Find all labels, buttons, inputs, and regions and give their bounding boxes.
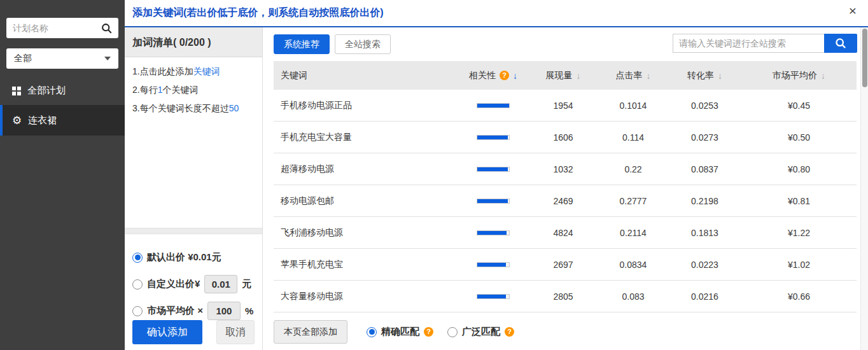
relevance-bar [477,199,510,204]
match-label: 广泛匹配 [462,326,500,338]
plan-search-box[interactable] [6,18,118,38]
tip-line: 3.每个关键词长度不超过50 [132,103,255,115]
relevance-bar [477,167,510,172]
keyword-search-input[interactable] [673,34,824,53]
custom-bid-input[interactable] [204,275,237,293]
tip-line: 2.每行1个关键词 [132,85,255,96]
keyword-search [673,34,857,53]
sidebar-item-label: 连衣裙 [28,115,57,127]
help-icon[interactable]: ? [424,327,433,337]
chevron-down-icon [104,57,111,60]
bid-option-custom: 自定义出价¥ 元 [132,275,255,293]
match-option-broad: 广泛匹配 ? [447,326,514,338]
panel-divider [125,228,262,234]
relevance-bar [477,294,510,299]
main-content: 系统推荐 全站搜索 关键词 相关性 ? ↓ 展现量 ↓ 点击率 ↓ 转化率 [263,27,860,350]
market-pct-input[interactable] [207,302,241,320]
relevance-bar [477,135,510,140]
plan-filter-dropdown[interactable]: 全部 [6,48,118,69]
radio-exact-match[interactable] [367,327,377,337]
price-cell: ¥0.81 [741,196,857,206]
plan-filter-value: 全部 [14,53,32,64]
ctr-cell: 0.2114 [598,228,668,238]
ctr-cell: 0.083 [598,291,668,302]
table-row[interactable]: 大容量移动电源 2805 0.083 0.0216 ¥0.66 [274,281,857,312]
sidebar-nav: 全部计划 ⚙ 连衣裙 [0,76,125,136]
price-cell: ¥0.66 [741,291,857,302]
table-row[interactable]: 苹果手机充电宝 2697 0.0834 0.0223 ¥1.02 [274,249,857,281]
relevance-cell [458,167,528,172]
cvr-cell: 0.0253 [668,101,741,111]
bid-option-market: 市场平均价 × % [132,302,255,320]
ctr-cell: 0.114 [598,132,668,143]
add-all-button[interactable]: 本页全部添加 [274,320,347,344]
table-row[interactable]: 超薄移动电源 1032 0.22 0.0837 ¥0.80 [274,153,857,185]
dialog-title: 添加关键词(若出价低于底价，则系统自动按照底价出价) [132,6,384,20]
impressions-cell: 2805 [528,291,598,302]
tab-system-recommend[interactable]: 系统推荐 [274,34,330,54]
sidebar-item-dress-plan[interactable]: ⚙ 连衣裙 [0,105,125,136]
col-impressions: 展现量 ↓ [528,70,598,81]
table-body: 手机移动电源正品 1954 0.1014 0.0253 ¥0.45 手机充电宝大… [274,90,857,312]
ctr-cell: 0.22 [598,164,668,174]
keyword-cell: 超薄移动电源 [274,164,458,175]
gear-icon: ⚙ [12,115,22,126]
sort-desc-icon[interactable]: ↓ [821,71,825,81]
table-row[interactable]: 飞利浦移动电源 4824 0.2114 0.1813 ¥1.22 [274,217,857,249]
table-row[interactable]: 移动电源包邮 2469 0.2777 0.2198 ¥0.81 [274,185,857,217]
bid-option-default: 默认出价 ¥0.01元 [132,248,255,267]
col-relevance: 相关性 ? ↓ [458,70,528,81]
price-cell: ¥0.45 [741,101,857,111]
confirm-add-button[interactable]: 确认添加 [132,320,202,344]
col-ctr: 点击率 ↓ [598,70,668,81]
source-tabs: 系统推荐 全站搜索 [274,34,391,54]
relevance-cell [458,199,528,204]
cvr-cell: 0.0223 [668,260,741,270]
impressions-cell: 2697 [528,260,598,270]
keyword-cell: 飞利浦移动电源 [274,227,458,239]
table-row[interactable]: 手机充电宝大容量 1606 0.114 0.0273 ¥0.50 [274,122,857,153]
cvr-cell: 0.1813 [668,228,741,238]
price-cell: ¥0.50 [741,132,857,143]
radio-market-bid[interactable] [132,306,143,316]
table-row[interactable]: 手机移动电源正品 1954 0.1014 0.0253 ¥0.45 [274,90,857,122]
match-option-exact: 精确匹配 ? [367,326,433,338]
vertical-scrollbar[interactable] [860,27,868,350]
keyword-input-area[interactable]: 1.点击此处添加关键词 2.每行1个关键词 3.每个关键词长度不超过50 [125,57,262,228]
sort-desc-icon-active[interactable]: ↓ [513,71,517,81]
cancel-button[interactable]: 取消 [216,320,255,344]
keyword-search-button[interactable] [824,34,857,53]
relevance-bar [477,262,510,267]
cvr-cell: 0.2198 [668,196,741,206]
bid-option-label: 市场平均价 × [147,305,203,317]
relevance-cell [458,230,528,235]
sort-desc-icon[interactable]: ↓ [718,71,722,81]
help-icon[interactable]: ? [500,71,509,80]
table-header: 关键词 相关性 ? ↓ 展现量 ↓ 点击率 ↓ 转化率 ↓ 市场平均价 ↓ [274,61,857,90]
help-icon[interactable]: ? [505,327,514,337]
cvr-cell: 0.0837 [668,164,741,174]
price-cell: ¥1.02 [741,260,857,270]
tab-site-search[interactable]: 全站搜索 [335,34,391,54]
cvr-cell: 0.0216 [668,291,741,302]
bid-options: 默认出价 ¥0.01元 自定义出价¥ 元 市场平均价 × % [125,234,262,320]
tip-line: 1.点击此处添加关键词 [132,66,255,78]
search-icon[interactable] [101,23,112,34]
ctr-cell: 0.2777 [598,196,668,206]
relevance-bar [477,230,510,235]
sort-desc-icon[interactable]: ↓ [647,71,651,81]
radio-default-bid[interactable] [132,253,143,263]
radio-custom-bid[interactable] [132,279,143,290]
sidebar-item-all-plans[interactable]: 全部计划 [0,76,125,105]
keyword-list-header: 加词清单( 0/200 ) [125,27,262,57]
plan-search-input[interactable] [13,23,101,33]
keyword-list-panel: 加词清单( 0/200 ) 1.点击此处添加关键词 2.每行1个关键词 3.每个… [125,27,263,350]
keyword-cell: 手机充电宝大容量 [274,132,458,143]
sidebar: 全部 全部计划 ⚙ 连衣裙 [0,0,125,350]
close-icon[interactable]: × [849,4,857,17]
panel-actions: 确认添加 取消 [132,320,255,344]
scrollbar-thumb[interactable] [862,29,867,87]
relevance-cell [458,294,528,299]
radio-broad-match[interactable] [447,327,458,337]
sort-desc-icon[interactable]: ↓ [577,71,581,81]
